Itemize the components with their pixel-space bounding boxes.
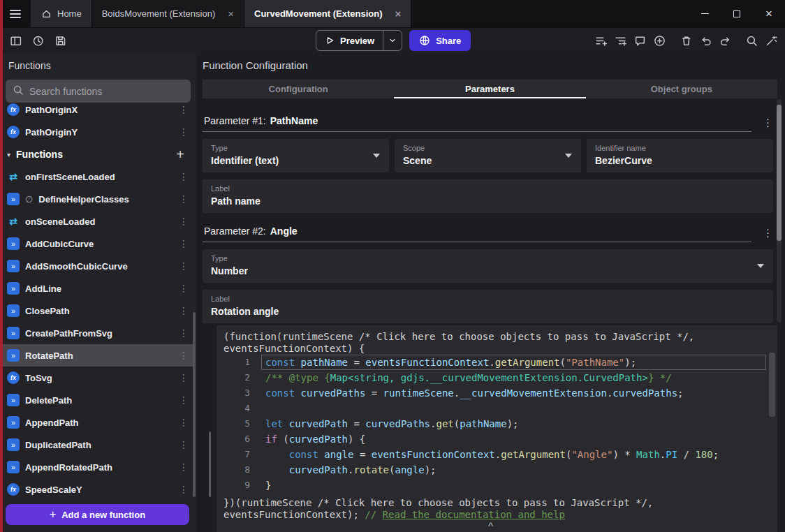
sidebar-item-createpathfromsvg[interactable]: »CreatePathFromSvg⋮ — [0, 322, 193, 344]
menu-icon[interactable] — [0, 0, 31, 27]
item-menu-icon[interactable]: ⋮ — [179, 484, 187, 495]
add-comment-icon[interactable] — [631, 32, 648, 49]
function-name: DefineHelperClasses — [38, 194, 173, 205]
param2-type-select[interactable]: TypeNumber — [203, 249, 773, 283]
param1-scope-select[interactable]: ScopeScene — [395, 139, 581, 172]
code-token: angle — [324, 449, 353, 460]
sidebar-item-onfirstsceneloaded[interactable]: ⇄onFirstSceneLoaded⋮ — [0, 165, 193, 188]
item-menu-icon[interactable]: ⋮ — [179, 350, 187, 361]
item-menu-icon[interactable]: ⋮ — [179, 126, 187, 138]
field-value: Path name — [211, 195, 765, 207]
sidebar-item-pathoriginy[interactable]: fxPathOriginY⋮ — [0, 121, 193, 143]
sidebar-item-speedscaley[interactable]: fxSpeedScaleY⋮ — [0, 478, 193, 498]
code-token: Math — [636, 449, 660, 460]
item-menu-icon[interactable]: ⋮ — [179, 394, 187, 406]
add-function-icon[interactable]: + — [176, 147, 184, 161]
panel-scrollbar-thumb[interactable] — [777, 105, 782, 241]
preview-options-button[interactable] — [383, 31, 402, 50]
code-token: eventsFunctionContext — [372, 449, 495, 460]
scroll-down-indicator[interactable]: ^ — [488, 520, 494, 531]
item-menu-icon[interactable]: ⋮ — [179, 104, 187, 115]
code-line[interactable]: 6if (curvedPath) { — [217, 431, 777, 447]
code-line[interactable]: 3const curvedPaths = runtimeScene.__curv… — [217, 385, 777, 401]
search-input[interactable]: Search functions — [6, 80, 191, 103]
tab-configuration[interactable]: Configuration — [203, 80, 394, 98]
minimize-button[interactable] — [689, 0, 721, 27]
item-menu-icon[interactable]: ⋮ — [179, 327, 187, 339]
code-line[interactable]: 8 curvedPath.rotate(angle); — [217, 462, 777, 478]
delete-icon[interactable] — [677, 32, 694, 49]
item-menu-icon[interactable]: ⋮ — [179, 193, 187, 205]
parameter-name[interactable]: Angle — [270, 226, 298, 237]
documentation-link[interactable]: Read the documentation and help — [383, 509, 565, 520]
item-menu-icon[interactable]: ⋮ — [179, 260, 187, 272]
sidebar-item-duplicatedpath[interactable]: »DuplicatedPath⋮ — [0, 434, 193, 456]
code-token: const — [265, 357, 295, 368]
undo-icon[interactable] — [697, 32, 714, 49]
code-scrollbar-thumb[interactable] — [769, 353, 775, 417]
settings-wand-icon[interactable] — [763, 32, 779, 49]
code-line[interactable]: 1const pathName = eventsFunctionContext.… — [217, 355, 777, 370]
item-menu-icon[interactable]: ⋮ — [179, 439, 187, 450]
tab-object-groups[interactable]: Object groups — [586, 80, 777, 98]
sidebar-scrollbar-thumb[interactable] — [193, 312, 196, 497]
add-event-icon[interactable] — [592, 32, 609, 49]
share-button[interactable]: Share — [409, 30, 471, 51]
sidebar-item-appendrotatedpath[interactable]: »AppendRotatedPath⋮ — [0, 456, 193, 478]
code-line[interactable]: 4 — [217, 401, 777, 416]
sidebar-item-addsmoothcubiccurve[interactable]: »AddSmoothCubicCurve⋮ — [0, 255, 193, 277]
tab-parameters[interactable]: Parameters — [394, 80, 585, 98]
sidebar-item-deletepath[interactable]: »DeletePath⋮ — [0, 389, 193, 411]
maximize-button[interactable] — [721, 0, 753, 27]
sidebar-item-definehelperclasses[interactable]: »∅DefineHelperClasses⋮ — [0, 188, 193, 210]
code-line[interactable]: 9} — [217, 478, 777, 493]
item-menu-icon[interactable]: ⋮ — [179, 461, 187, 473]
field-label: Scope — [403, 144, 573, 152]
sidebar-item-addcubiccurve[interactable]: »AddCubicCurve⋮ — [0, 232, 193, 255]
preview-button[interactable]: Preview — [316, 31, 383, 50]
item-menu-icon[interactable]: ⋮ — [179, 372, 187, 383]
code-token: Map<string, gdjs.__curvedMovementExtensi… — [330, 372, 648, 383]
item-menu-icon[interactable]: ⋮ — [179, 283, 187, 294]
tab-home[interactable]: Home — [31, 0, 92, 27]
add-function-button[interactable]: + Add a new function — [6, 504, 189, 525]
tab-curvedmovement-extension[interactable]: CurvedMovement (Extension)× — [244, 0, 411, 27]
param1-identifier-name-input[interactable]: Identifier nameBezierCurve — [587, 139, 773, 172]
vertical-drag-handle[interactable] — [209, 431, 211, 497]
close-button[interactable]: × — [753, 0, 785, 27]
tab-close-icon[interactable]: × — [395, 8, 402, 19]
sidebar-item-addline[interactable]: »AddLine⋮ — [0, 277, 193, 300]
parameter-menu-icon[interactable]: ⋮ — [763, 117, 773, 129]
code-line[interactable]: 5let curvedPath = curvedPaths.get(pathNa… — [217, 416, 777, 431]
code-line[interactable]: 2/** @type {Map<string, gdjs.__curvedMov… — [217, 370, 777, 385]
item-menu-icon[interactable]: ⋮ — [179, 305, 187, 316]
parameter-name[interactable]: PathName — [270, 115, 318, 126]
item-menu-icon[interactable]: ⋮ — [179, 216, 187, 227]
sidebar-item-tosvg[interactable]: fxToSvg⋮ — [0, 367, 193, 389]
sidebar-item-pathoriginx[interactable]: fxPathOriginX⋮ — [0, 103, 193, 121]
param1-label-input[interactable]: LabelPath name — [203, 179, 773, 213]
sidebar-item-onsceneloaded[interactable]: ⇄onSceneLoaded⋮ — [0, 210, 193, 232]
param1-type-select[interactable]: TypeIdentifier (text) — [203, 139, 389, 172]
add-subevent-icon[interactable] — [612, 32, 629, 49]
code-editor[interactable]: (function(runtimeScene /* Click here to … — [217, 325, 777, 532]
chevron-down-icon[interactable]: ▾ — [7, 151, 10, 158]
project-manager-icon[interactable] — [7, 32, 24, 49]
add-other-events-icon[interactable] — [651, 32, 668, 49]
sidebar-item-rotatepath[interactable]: »RotatePath⋮ — [0, 344, 193, 367]
tab-close-icon[interactable]: × — [228, 8, 234, 19]
item-menu-icon[interactable]: ⋮ — [179, 171, 187, 182]
param2-label-input[interactable]: LabelRotation angle — [203, 290, 773, 323]
item-menu-icon[interactable]: ⋮ — [179, 238, 187, 249]
parameter-title: Parameter #2:Angle — [203, 226, 751, 242]
sidebar-item-closepath[interactable]: »ClosePath⋮ — [0, 300, 193, 322]
parameter-menu-icon[interactable]: ⋮ — [763, 227, 773, 239]
search-icon[interactable] — [743, 32, 760, 49]
redo-icon[interactable] — [717, 32, 733, 49]
item-menu-icon[interactable]: ⋮ — [179, 417, 187, 428]
code-line[interactable]: 7 const angle = eventsFunctionContext.ge… — [217, 447, 777, 462]
history-icon[interactable] — [29, 32, 46, 49]
sidebar-item-appendpath[interactable]: »AppendPath⋮ — [0, 411, 193, 434]
tab-boidsmovement-extension[interactable]: BoidsMovement (Extension)× — [92, 0, 244, 27]
save-icon[interactable] — [52, 32, 68, 49]
